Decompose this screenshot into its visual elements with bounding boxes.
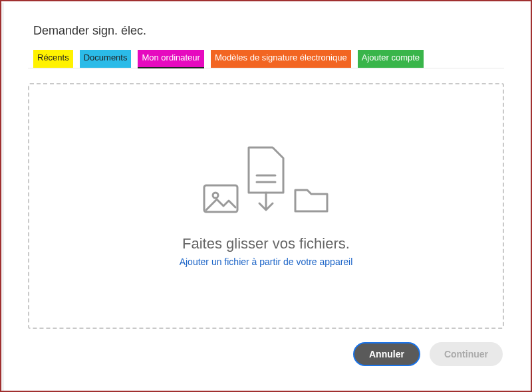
continue-button: Continuer [430, 342, 503, 366]
folder-icon [293, 183, 330, 217]
tab-recents[interactable]: Récents [33, 50, 73, 68]
dialog-buttons: Annuler Continuer [28, 342, 504, 366]
dialog-title: Demander sign. élec. [33, 24, 504, 38]
image-icon [202, 183, 239, 217]
file-download-icon [246, 145, 286, 217]
tabs: Récents Documents Mon ordinateur Modèles… [28, 50, 504, 68]
file-dropzone[interactable]: Faites glisser vos fichiers. Ajouter un … [28, 83, 504, 329]
tab-add-account[interactable]: Ajouter compte [358, 50, 424, 68]
cancel-button[interactable]: Annuler [353, 342, 420, 366]
tab-documents[interactable]: Documents [80, 50, 132, 68]
tab-my-computer[interactable]: Mon ordinateur [138, 50, 203, 68]
dropzone-icons [202, 145, 330, 217]
add-file-from-device-link[interactable]: Ajouter un fichier à partir de votre app… [180, 256, 353, 267]
tab-signature-templates[interactable]: Modèles de signature électronique [211, 50, 351, 68]
svg-point-1 [213, 193, 218, 198]
dropzone-title: Faites glisser vos fichiers. [182, 235, 350, 252]
